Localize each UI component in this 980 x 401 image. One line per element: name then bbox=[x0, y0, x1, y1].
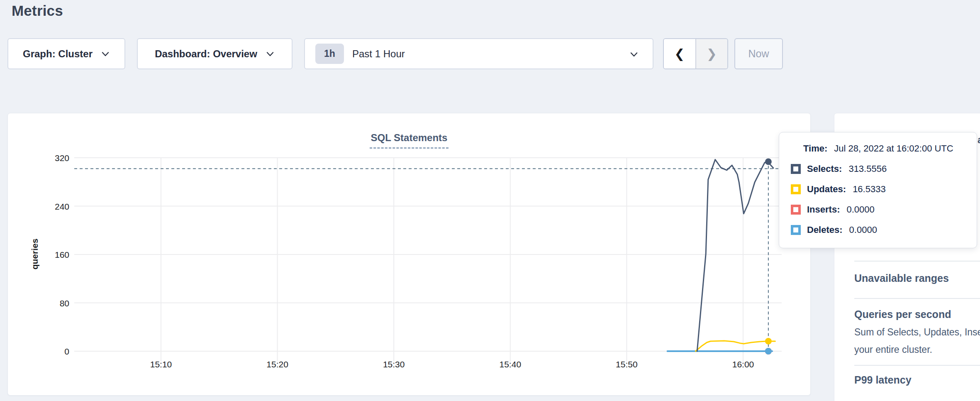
svg-text:320: 320 bbox=[55, 153, 69, 163]
svg-text:16:00: 16:00 bbox=[732, 359, 754, 369]
tooltip-row-label: Inserts: bbox=[807, 204, 840, 215]
dashboard-dropdown[interactable]: Dashboard: Overview bbox=[137, 38, 293, 69]
tooltip-row-label: Updates: bbox=[807, 184, 846, 195]
chevron-right-icon: ❯ bbox=[707, 48, 717, 60]
time-range-picker[interactable]: 1h Past 1 Hour bbox=[304, 38, 653, 69]
tooltip-row-label: Selects: bbox=[807, 164, 842, 174]
time-range-label: Past 1 Hour bbox=[352, 48, 405, 60]
tooltip-row-updates: Updates: 16.5333 bbox=[791, 184, 977, 195]
chevron-down-icon bbox=[266, 49, 275, 59]
svg-text:80: 80 bbox=[60, 298, 69, 308]
svg-text:15:20: 15:20 bbox=[266, 359, 288, 369]
svg-text:160: 160 bbox=[55, 250, 69, 259]
summary-item-p99-latency: P99 latency bbox=[854, 374, 912, 386]
clipped-chart-title-fragment: a bbox=[978, 134, 980, 146]
next-timeframe-button[interactable]: ❯ bbox=[696, 39, 728, 68]
now-button[interactable]: Now bbox=[734, 38, 783, 69]
svg-text:240: 240 bbox=[55, 202, 69, 211]
time-range-badge: 1h bbox=[315, 44, 344, 64]
divider bbox=[854, 365, 980, 366]
svg-text:15:40: 15:40 bbox=[500, 359, 522, 369]
svg-text:15:30: 15:30 bbox=[383, 359, 405, 369]
divider bbox=[854, 261, 980, 262]
dashboard-dropdown-label: Dashboard: Overview bbox=[155, 48, 257, 60]
tooltip-row-value: 313.5556 bbox=[848, 164, 887, 174]
selects-series-swatch-icon bbox=[791, 164, 801, 174]
tooltip-row-value: 16.5333 bbox=[853, 184, 886, 195]
summary-item-queries-per-second: Queries per second bbox=[854, 308, 951, 320]
tooltip-row-label: Deletes: bbox=[807, 225, 843, 235]
graph-dropdown[interactable]: Graph: Cluster bbox=[7, 38, 125, 69]
previous-timeframe-button[interactable]: ❮ bbox=[664, 39, 696, 68]
chevron-down-icon bbox=[101, 49, 110, 59]
queries-per-second-description-line2: your entire cluster. bbox=[854, 344, 932, 355]
tooltip-time-label: Time: bbox=[803, 143, 827, 154]
svg-text:15:10: 15:10 bbox=[150, 359, 172, 369]
summary-item-unavailable-ranges: Unavailable ranges bbox=[854, 272, 949, 284]
tooltip-time-row: Time: Jul 28, 2022 at 16:02:00 UTC bbox=[803, 143, 977, 154]
queries-per-second-description-line1: Sum of Selects, Updates, Inserts and Del… bbox=[854, 327, 980, 338]
svg-text:0: 0 bbox=[64, 347, 69, 356]
chevron-down-icon bbox=[629, 50, 639, 59]
time-pager: ❮ ❯ bbox=[663, 38, 728, 69]
tooltip-row-selects: Selects: 313.5556 bbox=[791, 164, 977, 174]
page-title: Metrics bbox=[12, 2, 63, 19]
tooltip-row-inserts: Inserts: 0.0000 bbox=[791, 204, 977, 215]
tooltip-time-value: Jul 28, 2022 at 16:02:00 UTC bbox=[834, 143, 953, 154]
metrics-page: { "page": { "title": "Metrics", "backgro… bbox=[0, 0, 980, 401]
divider bbox=[854, 298, 980, 299]
tooltip-row-value: 0.0000 bbox=[846, 204, 874, 215]
now-button-label: Now bbox=[748, 48, 769, 60]
chart-hover-tooltip: Time: Jul 28, 2022 at 16:02:00 UTC Selec… bbox=[779, 132, 977, 248]
updates-series-swatch-icon bbox=[791, 184, 801, 194]
sql-statements-chart[interactable]: 08016024032015:1015:2015:3015:4015:5016:… bbox=[8, 113, 811, 396]
chevron-left-icon: ❮ bbox=[674, 48, 685, 60]
tooltip-row-deletes: Deletes: 0.0000 bbox=[791, 225, 977, 235]
sql-statements-chart-card: SQL Statements queries 08016024032015:10… bbox=[7, 113, 811, 396]
graph-dropdown-label: Graph: Cluster bbox=[23, 48, 93, 60]
inserts-series-swatch-icon bbox=[791, 205, 801, 215]
svg-text:15:50: 15:50 bbox=[616, 359, 638, 369]
tooltip-row-value: 0.0000 bbox=[849, 225, 877, 235]
deletes-series-swatch-icon bbox=[791, 225, 801, 235]
